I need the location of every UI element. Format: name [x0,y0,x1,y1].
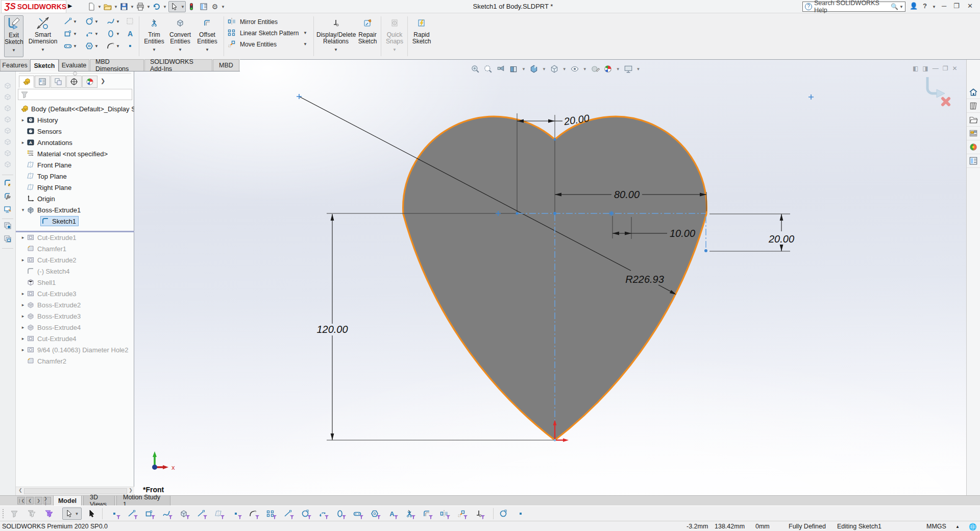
sketch-arc3-button[interactable] [85,29,94,38]
tab-mbd[interactable]: MBD [213,59,239,71]
dock-copy-stack-icon[interactable] [4,222,12,230]
sketch-arc3-dropdown[interactable]: ▼ [94,32,99,36]
panel-tab-pm-list[interactable] [35,76,50,88]
tree-item-boss-extrude1[interactable]: ▾Boss-Extrude1 [20,204,81,215]
headsup-view-cube-button[interactable] [550,64,559,74]
btb-tool-5[interactable] [195,508,207,520]
tree-item-boss-extrude4[interactable]: ▸Boss-Extrude4 [20,322,81,333]
graphics-viewport[interactable]: x20.0080.0010.0020.00120.00R226.93 ◧◨—❐✕ [134,60,966,495]
btb-filters-active[interactable] [43,508,55,520]
trim-entities-button[interactable]: TrimEntities▼ [143,15,165,53]
headsup-eye-button[interactable] [570,64,579,74]
move-entities-icon[interactable] [228,40,237,49]
solidworks-logo[interactable]: ƷS SOLIDWORKS [1,0,66,13]
btb-tool-2[interactable] [143,508,155,520]
btb-tool-10[interactable] [282,508,294,520]
btb-select[interactable]: ▼ [62,508,82,520]
search-dropdown-icon[interactable]: ▼ [899,5,903,9]
btb-tool-17[interactable] [403,508,415,520]
restore-button[interactable]: ❐ [953,2,960,10]
dock-cube-icon[interactable] [4,115,12,124]
taskpane-sphere-color-button[interactable] [967,140,980,154]
tab-sketch[interactable]: Sketch [30,59,59,71]
btb-tool-7[interactable] [230,508,242,520]
repair-sketch-button[interactable]: RepairSketch [356,15,379,45]
taskpane-home-button[interactable] [967,85,980,99]
mirror-entities-label[interactable]: Mirror Entities [240,18,278,26]
headsup-section-dropdown[interactable]: ▼ [522,67,526,71]
tree-item-right-plane[interactable]: Right Plane [20,182,71,193]
select-button[interactable]: ▼ [168,1,186,12]
tree-item-history[interactable]: ▸History [20,114,58,126]
headsup-monitor-button[interactable] [624,64,633,74]
linear-sketch-pattern-dropdown[interactable]: ▼ [303,31,307,35]
tree-item-material-not-specified-[interactable]: Material <not specified> [20,148,108,159]
open-button[interactable]: ▼ [102,1,118,12]
sketch-polygon-dropdown[interactable]: ▼ [94,44,99,49]
sketch-rect-dropdown[interactable]: ▼ [73,32,77,36]
move-entities-label[interactable]: Move Entities [240,41,277,48]
tree-item-9-64-0-14063-diameter-hole2[interactable]: ▸9/64 (0.14063) Diameter Hole2 [20,344,129,355]
rapid-sketch-button[interactable]: RapidSketch [410,15,433,45]
dock-cube-icon[interactable] [4,149,12,157]
sketch-circle-button[interactable] [85,17,94,26]
headsup-scene-wheel-button[interactable] [603,64,612,74]
btb-tool-3[interactable] [160,508,173,520]
status-units[interactable]: MMGS [926,523,946,530]
search-icon[interactable]: 🔍 [891,3,898,10]
dock-cube-icon[interactable] [4,82,12,90]
doc-tab-motion-study-1[interactable]: Motion Study 1 [116,496,170,505]
tree-item-cut-extrude2[interactable]: ▸Cut-Extrude2 [20,254,77,266]
btb-tool-4[interactable] [178,508,190,520]
units-dropdown-icon[interactable]: ▲ [955,524,960,529]
tree-item--sketch4[interactable]: (-) Sketch4 [20,266,70,277]
panel-scroll-left[interactable]: ❮ [17,488,24,495]
panel-tab-pm-dimx[interactable] [66,76,82,88]
panel-scroll-track[interactable] [24,488,127,494]
btb-tool-6[interactable] [212,508,225,520]
tab-evaluate[interactable]: Evaluate [59,59,89,71]
headsup-zoom-fit-button[interactable] [471,64,480,74]
headsup-appearance-cube-dropdown[interactable]: ▼ [542,67,546,71]
dock-cube-icon[interactable] [4,104,12,112]
taskpane-props-button[interactable] [967,127,980,140]
sketch-ellipse-button[interactable] [106,29,115,38]
close-button[interactable]: ✕ [967,2,973,10]
convert-entities-button[interactable]: ConvertEntities▼ [167,15,193,53]
save-button[interactable]: ▼ [118,1,135,12]
btb-tool-14[interactable] [351,508,363,520]
btb-tool-16[interactable]: A [386,508,398,520]
sketch-line-dropdown[interactable]: ▼ [73,19,77,24]
btb-tool-9[interactable] [264,508,277,520]
sketch-spline-dropdown[interactable]: ▼ [116,19,120,24]
undo-button[interactable]: ▼ [151,1,167,12]
tree-item-sketch1[interactable]: Sketch1 [34,215,79,227]
display-delete-relations-button[interactable]: Display/DeleteRelations▼ [316,15,355,53]
exit-sketch-button[interactable]: ExitSketch▼ [4,15,23,57]
btb-tool-8[interactable] [247,508,259,520]
btb-tool-21[interactable] [473,508,485,520]
search-box[interactable]: ? Search SOLIDWORKS Help 🔍 ▼ [802,2,905,12]
tab-mbd-dimensions[interactable]: MBD Dimensions [90,59,144,71]
panel-tab-pm-config[interactable] [51,76,66,88]
logo-flyout-arrow[interactable]: ▶ [68,3,72,9]
panel-horizontal-scrollbar[interactable]: ❮ ❯ [16,487,134,495]
doc-tab-3d-views[interactable]: 3D Views [83,496,115,505]
btb-tool-0[interactable] [108,508,120,520]
sketch-line-button[interactable] [63,17,72,26]
status-globe-icon[interactable]: 🌐 [969,523,977,530]
sketch-rect-button[interactable] [63,29,72,38]
move-entities-dropdown[interactable]: ▼ [303,42,307,46]
btb-tool-11[interactable] [299,508,311,520]
tree-filter-input[interactable] [18,89,132,100]
sketch-circle-dropdown[interactable]: ▼ [94,19,99,24]
tree-item-origin[interactable]: Origin [20,193,55,204]
tree-item-cut-extrude1[interactable]: ▸Cut-Extrude1 [20,232,77,243]
linear-sketch-pattern-label[interactable]: Linear Sketch Pattern [240,30,299,37]
mirror-entities-icon[interactable] [228,17,237,27]
sketch-textA-button[interactable]: A [126,29,135,38]
user-account-icon[interactable]: 👤 [910,2,918,10]
tree-item-cut-extrude3[interactable]: ▸Cut-Extrude3 [20,288,77,299]
tree-item-chamfer2[interactable]: Chamfer2 [20,355,66,367]
taskpane-forms-button[interactable] [967,154,980,168]
